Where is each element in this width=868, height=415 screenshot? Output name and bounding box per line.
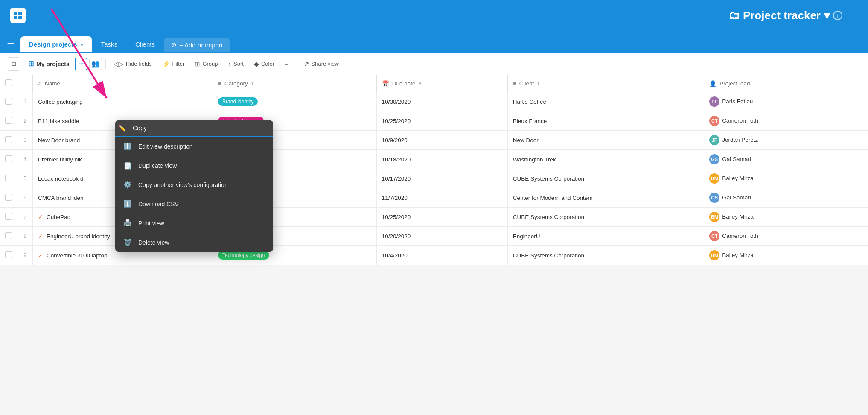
sort-label: Sort [233,61,244,67]
share-icon: ↗ [304,60,309,68]
client-col-icon: ≡ [513,80,516,87]
row-number: 8 [17,227,33,246]
row-checkbox-cell[interactable] [0,169,17,188]
row-checkbox-cell[interactable] [0,246,17,265]
row-checkbox-cell[interactable] [0,188,17,208]
project-name-text: EngineerU brand identity [47,233,110,240]
row-checkbox-cell[interactable] [0,150,17,169]
add-or-import-button[interactable]: ⊕ + Add or import [164,38,230,52]
add-import-label: + Add or import [179,41,223,49]
svg-rect-3 [18,12,22,15]
share-view-button[interactable]: ↗ Share view [300,58,343,70]
row-checkbox-cell[interactable] [0,227,17,246]
col-project-lead[interactable]: 👤 Project lead [704,75,868,92]
row-checkbox-cell[interactable] [0,131,17,150]
table-row[interactable]: 1Coffee packagingBrand identity10/30/202… [0,92,868,111]
filter-label: Filter [172,61,185,67]
row-checkbox-cell[interactable] [0,208,17,227]
duedate-col-dropdown: ▾ [419,81,422,86]
row-project-lead: CTCameron Toth [704,111,868,131]
col-checkbox[interactable] [0,75,17,92]
toolbar-divider-2 [296,59,296,69]
completion-check: ✓ [38,252,43,259]
avatar: BM [709,212,719,222]
lead-name: Gal Samari [722,194,751,201]
filter-icon: ⚡ [162,60,170,68]
row-checkbox[interactable] [5,98,12,105]
delete-icon: 🗑️ [123,238,132,246]
tab-clients[interactable]: Clients [127,36,163,52]
menu-item-delete[interactable]: 🗑️Delete view [115,233,273,252]
print-icon: 🖨️ [123,219,132,227]
row-due-date: 10/30/2020 [376,92,507,111]
project-name-text: New Door brand [38,137,80,143]
lead-col-icon: 👤 [709,80,717,87]
row-checkbox[interactable] [5,155,12,162]
tab-tasks[interactable]: Tasks [93,36,126,52]
share-view-label: Share view [312,61,339,67]
app-logo[interactable] [10,8,26,23]
col-category[interactable]: ≡ Category ▾ [213,75,377,92]
group-icon: ⊞ [195,60,200,68]
col-name[interactable]: A Name [33,75,213,92]
hamburger-button[interactable]: ☰ [3,32,18,50]
density-button[interactable]: ≡ [280,58,292,70]
row-due-date: 10/4/2020 [376,246,507,265]
row-checkbox[interactable] [5,194,12,201]
group-button[interactable]: ⊞ Group [190,58,222,70]
table-header-row: A Name ≡ Category ▾ 📅 Due date ▾ [0,75,868,92]
menu-item-duplicate[interactable]: 🗒️Duplicate view [115,156,273,175]
hide-fields-button[interactable]: ◁▷ Hide fields [109,58,156,70]
select-all-checkbox[interactable] [5,79,12,86]
row-due-date: 10/25/2020 [376,111,507,131]
collaborators-button[interactable]: 👥 [89,58,102,70]
view-selector[interactable]: ⊞ My projects [25,58,73,70]
col-client[interactable]: ≡ Client ▾ [507,75,704,92]
col-due-date[interactable]: 📅 Due date ▾ [376,75,507,92]
category-col-dropdown: ▾ [251,81,254,86]
row-checkbox-cell[interactable] [0,92,17,111]
lead-name: Bailey Mirza [722,213,754,220]
avatar: CT [709,231,719,241]
filter-button[interactable]: ⚡ Filter [158,58,189,70]
project-name-text: Premier utility bik [38,156,82,163]
row-project-lead: GSGal Samari [704,150,868,169]
grid-view-icon: ⊞ [28,60,34,68]
row-checkbox-cell[interactable] [0,111,17,131]
row-checkbox[interactable] [5,175,12,181]
category-col-label: Category [224,80,248,87]
tab-bar: ☰ Design projects ▾ Tasks Clients ⊕ + Ad… [0,31,868,53]
row-name[interactable]: Coffee packaging [33,92,213,111]
menu-item-print[interactable]: 🖨️Print view [115,213,273,233]
info-icon[interactable]: i [833,11,842,20]
view-options-button[interactable]: ··· [75,58,87,70]
row-number: 1 [17,92,33,111]
project-name-text: B11 bike saddle [38,118,79,124]
sort-button[interactable]: ↕ Sort [224,58,248,70]
row-checkbox[interactable] [5,136,12,143]
row-checkbox[interactable] [5,232,12,239]
color-button[interactable]: ◆ Color [250,58,279,70]
row-client: Bleux France [507,111,704,131]
sidebar-toggle-button[interactable]: ⊟ [7,57,20,71]
plus-icon: ⊕ [171,41,177,49]
color-icon: ◆ [254,60,259,68]
edit-desc-label: Edit view description [138,143,193,150]
menu-item-download-csv[interactable]: ⬇️Download CSV [115,194,273,213]
rename-input[interactable] [129,122,270,134]
title-dropdown-icon[interactable]: ▾ [824,9,830,22]
name-col-icon: A [38,80,42,87]
menu-item-copy-config[interactable]: ⚙️Copy another view's configuration [115,175,273,194]
row-due-date: 10/9/2020 [376,131,507,150]
row-checkbox[interactable] [5,213,12,220]
row-checkbox[interactable] [5,251,12,258]
menu-item-edit-desc[interactable]: ℹ️Edit view description [115,137,273,156]
rename-view-input-row[interactable]: ✏️ [115,120,273,137]
project-name-text: Convertible 3000 laptop [47,252,108,259]
row-number: 5 [17,169,33,188]
tab-design-projects[interactable]: Design projects ▾ [20,36,92,52]
row-number: 4 [17,150,33,169]
lead-name: Jordan Peretz [722,137,758,143]
svg-rect-2 [14,12,17,15]
row-checkbox[interactable] [5,117,12,124]
